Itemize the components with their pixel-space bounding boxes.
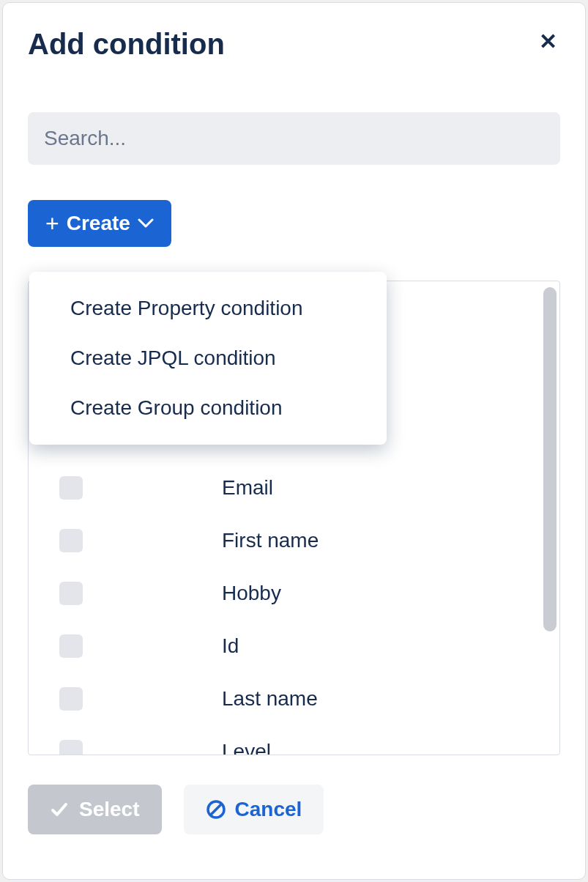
row-label: Last name	[222, 687, 318, 711]
dropdown-item-label: Create Group condition	[70, 396, 283, 419]
dropdown-item-property[interactable]: Create Property condition	[29, 284, 387, 333]
dropdown-item-group[interactable]: Create Group condition	[29, 383, 387, 433]
row-label: Id	[222, 634, 239, 658]
select-button[interactable]: Select	[28, 785, 162, 834]
dialog-footer: Select Cancel	[28, 785, 560, 834]
checkbox[interactable]	[59, 740, 83, 755]
checkbox[interactable]	[59, 476, 83, 500]
close-button[interactable]: ✕	[536, 28, 560, 56]
dropdown-item-jpql[interactable]: Create JPQL condition	[29, 333, 387, 383]
row-label: Email	[222, 476, 273, 500]
select-button-label: Select	[79, 798, 140, 821]
row-label: Level	[222, 740, 271, 755]
scrollbar-thumb[interactable]	[543, 287, 557, 631]
checkbox[interactable]	[59, 687, 83, 711]
dropdown-item-label: Create Property condition	[70, 297, 303, 319]
add-condition-dialog: Add condition ✕ + Create Email First nam…	[2, 2, 586, 880]
cancel-icon	[206, 799, 226, 820]
plus-icon: +	[45, 212, 59, 235]
close-icon: ✕	[539, 29, 557, 53]
checkbox[interactable]	[59, 582, 83, 605]
dialog-title: Add condition	[28, 28, 225, 61]
dropdown-item-label: Create JPQL condition	[70, 346, 276, 369]
table-row[interactable]: Last name	[29, 672, 559, 725]
table-row[interactable]: Email	[29, 462, 559, 514]
row-label: Hobby	[222, 582, 281, 605]
create-button-label: Create	[67, 212, 130, 235]
checkbox[interactable]	[59, 634, 83, 658]
check-icon	[50, 800, 69, 819]
table-row[interactable]: First name	[29, 514, 559, 567]
checkbox[interactable]	[59, 529, 83, 552]
create-button[interactable]: + Create	[28, 200, 171, 247]
create-dropdown: Create Property condition Create JPQL co…	[29, 272, 387, 445]
cancel-button[interactable]: Cancel	[184, 785, 324, 834]
search-input[interactable]	[28, 112, 560, 165]
chevron-down-icon	[138, 218, 154, 229]
dialog-header: Add condition ✕	[28, 28, 560, 61]
table-row[interactable]: Hobby	[29, 567, 559, 620]
svg-line-1	[211, 804, 221, 815]
row-label: First name	[222, 529, 319, 552]
table-row[interactable]: Id	[29, 620, 559, 672]
table-row[interactable]: Level	[29, 725, 559, 755]
cancel-button-label: Cancel	[235, 798, 302, 821]
